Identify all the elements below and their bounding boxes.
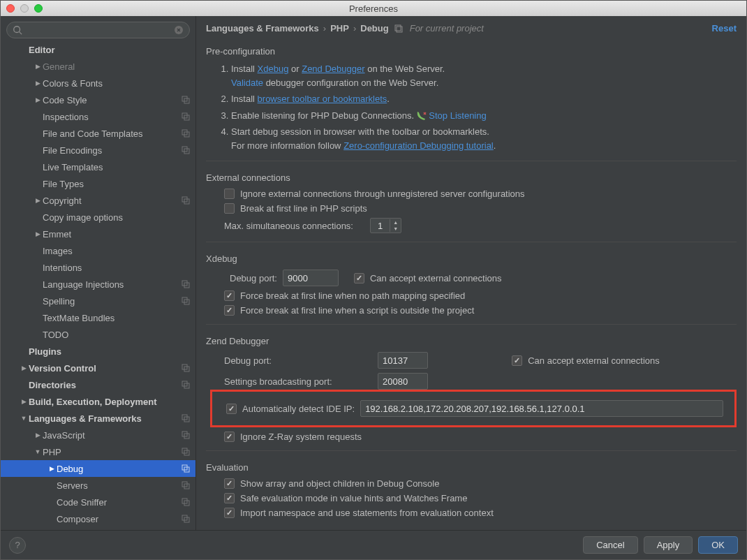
settings-tree[interactable]: Editor▶General▶Colors & Fonts▶Code Style… [1, 41, 195, 530]
project-scope-icon [182, 498, 190, 506]
tree-item-images[interactable]: Images [1, 242, 195, 259]
zero-config-tutorial-link[interactable]: Zero-configuration Debugging tutorial [343, 140, 494, 151]
tree-item-colors-fonts[interactable]: ▶Colors & Fonts [1, 75, 195, 91]
tree-item-general[interactable]: ▶General [1, 58, 195, 75]
tree-item-file-encodings[interactable]: File Encodings [1, 142, 195, 159]
ok-button[interactable]: OK [698, 536, 738, 554]
eval-show-children-checkbox[interactable] [224, 478, 235, 489]
tree-item-label: Live Templates [43, 162, 103, 172]
tree-item-directories[interactable]: Directories [1, 376, 195, 393]
eval-safe-mode-label: Safe evaluation mode in value hints and … [240, 493, 467, 503]
cancel-button[interactable]: Cancel [583, 536, 637, 554]
zend-accept-checkbox[interactable] [512, 355, 522, 366]
tree-item-code-style[interactable]: ▶Code Style [1, 91, 195, 108]
stop-listening-link[interactable]: Stop Listening [429, 110, 486, 121]
tree-item-copyright[interactable]: ▶Copyright [1, 192, 195, 209]
xdebug-link[interactable]: Xdebug [258, 64, 289, 74]
eval-import-ns-checkbox[interactable] [224, 508, 235, 518]
tree-item-languages-frameworks[interactable]: ▼Languages & Frameworks [1, 410, 195, 427]
tree-item-label: Emmet [43, 229, 71, 240]
tree-item-inspections[interactable]: Inspections [1, 108, 195, 125]
spinner-down-icon[interactable]: ▼ [390, 226, 401, 232]
tree-arrow-icon[interactable]: ▶ [48, 465, 55, 472]
zend-debugger-link[interactable]: Zend Debugger [302, 64, 364, 74]
tree-item-intentions[interactable]: Intentions [1, 259, 195, 276]
zend-broadcast-input[interactable] [378, 373, 428, 390]
tree-item-javascript[interactable]: ▶JavaScript [1, 427, 195, 443]
tree-item-copy-image-options[interactable]: Copy image options [1, 209, 195, 226]
xdebug-accept-checkbox[interactable] [354, 273, 364, 283]
tree-item-label: General [43, 61, 75, 72]
apply-button[interactable]: Apply [644, 536, 693, 554]
project-scope-icon [182, 381, 190, 389]
tree-item-textmate-bundles[interactable]: TextMate Bundles [1, 309, 195, 326]
maximize-window-icon[interactable] [34, 4, 43, 13]
tree-item-label: Language Injections [43, 279, 124, 290]
search-input[interactable] [27, 25, 174, 35]
tree-arrow-icon[interactable]: ▶ [34, 63, 41, 70]
tree-arrow-icon[interactable]: ▶ [34, 230, 41, 237]
crumb-languages[interactable]: Languages & Frameworks [206, 23, 319, 34]
tree-arrow-icon[interactable]: ▶ [34, 96, 41, 103]
tree-item-label: Composer [57, 514, 98, 524]
xdebug-force2-checkbox[interactable] [224, 305, 235, 316]
titlebar: Preferences [1, 1, 746, 16]
xdebug-port-input[interactable] [283, 270, 339, 286]
xdebug-accept-label: Can accept external connections [370, 273, 502, 283]
tree-item-label: JavaScript [43, 430, 85, 441]
tree-item-php[interactable]: ▼PHP [1, 443, 195, 460]
eval-safe-mode-checkbox[interactable] [224, 493, 235, 503]
tree-arrow-icon[interactable]: ▶ [34, 197, 41, 204]
browser-toolbar-link[interactable]: browser toolbar or bookmarklets [258, 94, 387, 104]
search-field[interactable] [6, 22, 190, 38]
tree-item-file-and-code-templates[interactable]: File and Code Templates [1, 125, 195, 142]
tree-item-plugins[interactable]: Plugins [1, 343, 195, 360]
tree-item-debug[interactable]: ▶Debug [1, 460, 195, 477]
close-window-icon[interactable] [6, 4, 15, 13]
project-scope-icon [394, 24, 403, 33]
validate-link[interactable]: Validate [231, 78, 263, 88]
dialog-footer: ? Cancel Apply OK [1, 530, 746, 559]
tree-item-composer[interactable]: Composer [1, 510, 195, 527]
help-button[interactable]: ? [9, 537, 26, 554]
tree-item-emmet[interactable]: ▶Emmet [1, 226, 195, 242]
tree-arrow-icon[interactable]: ▼ [20, 415, 27, 422]
clear-search-icon[interactable] [174, 25, 184, 35]
crumb-php[interactable]: PHP [330, 23, 349, 34]
xdebug-force1-checkbox[interactable] [224, 290, 235, 301]
max-connections-label: Max. simultaneous connections: [224, 221, 353, 231]
project-scope-icon [182, 448, 190, 456]
tree-item-version-control[interactable]: ▶Version Control [1, 360, 195, 376]
evaluation-title: Evaluation [206, 462, 737, 473]
tree-item-label: Debug [57, 464, 83, 474]
tree-item-build-execution-deployment[interactable]: ▶Build, Execution, Deployment [1, 393, 195, 410]
spinner-up-icon[interactable]: ▲ [390, 219, 401, 226]
tree-item-language-injections[interactable]: Language Injections [1, 276, 195, 293]
ide-ip-input[interactable] [360, 400, 723, 417]
reset-button[interactable]: Reset [712, 23, 737, 34]
tree-item-live-templates[interactable]: Live Templates [1, 159, 195, 175]
zend-port-input[interactable] [378, 352, 428, 369]
ignore-zray-checkbox[interactable] [224, 432, 235, 442]
tree-item-label: Servers [57, 480, 88, 491]
tree-item-label: Copy image options [43, 212, 123, 223]
auto-detect-ip-checkbox[interactable] [226, 404, 237, 414]
tree-arrow-icon[interactable]: ▶ [20, 364, 27, 371]
tree-item-label: Editor [29, 45, 55, 55]
tree-item-todo[interactable]: TODO [1, 326, 195, 343]
tree-arrow-icon[interactable]: ▶ [34, 432, 41, 439]
break-first-line-checkbox[interactable] [224, 203, 235, 214]
tree-item-spelling[interactable]: Spelling [1, 293, 195, 309]
xdebug-force1-label: Force break at first line when no path m… [240, 290, 465, 301]
tree-item-file-types[interactable]: File Types [1, 175, 195, 192]
tree-arrow-icon[interactable]: ▶ [20, 398, 27, 405]
tree-arrow-icon[interactable]: ▶ [34, 80, 41, 87]
tree-item-label: TextMate Bundles [43, 313, 114, 323]
tree-arrow-icon[interactable]: ▼ [34, 448, 41, 455]
tree-item-code-sniffer[interactable]: Code Sniffer [1, 494, 195, 510]
max-connections-spinner[interactable]: 1 ▲▼ [370, 218, 401, 233]
ignore-external-checkbox[interactable] [224, 189, 235, 199]
tree-item-editor[interactable]: Editor [1, 41, 195, 58]
tree-item-servers[interactable]: Servers [1, 477, 195, 494]
break-first-line-label: Break at first line in PHP scripts [240, 203, 367, 214]
